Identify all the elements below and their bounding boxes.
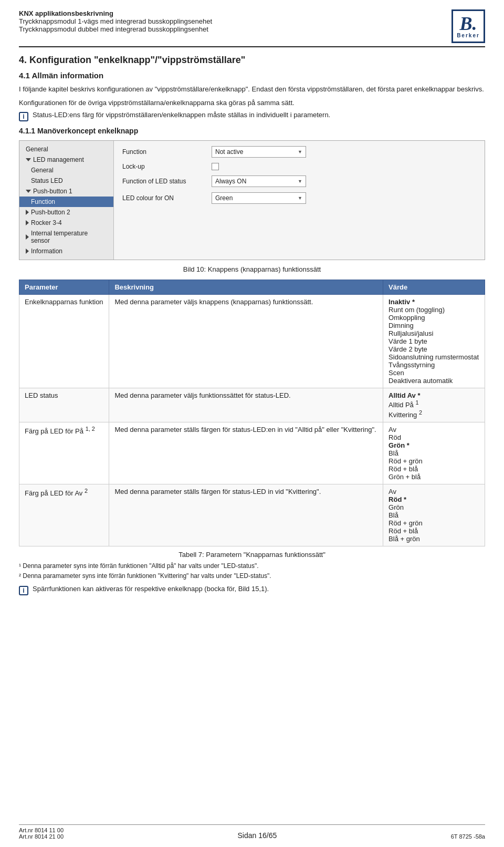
sperre-para: i Spärrfunktionen kan aktiveras för resp… (19, 585, 485, 595)
sidebar-item-function[interactable]: Function (19, 197, 113, 207)
table-cell-beskr-4: Med denna parameter ställs färgen för st… (109, 484, 383, 546)
sidebar-item-general[interactable]: General (19, 144, 113, 154)
ui-row-function: Function Not active ▼ (122, 146, 476, 158)
header-line2: Tryckknappsmodul 1-vägs med integrerad b… (19, 17, 212, 25)
berker-logo: B. Berker (452, 9, 485, 43)
section411-title: 4.1.1 Manöverkoncept enkelknapp (19, 127, 485, 135)
ui-dropdown-function-value: Not active (215, 148, 243, 156)
body-text-1: I följande kapitel beskrivs konfiguratio… (19, 84, 485, 95)
ui-label-lockup: Lock-up (122, 163, 206, 170)
varde-bla-4: Blå (388, 511, 398, 519)
ui-checkbox-lockup[interactable] (212, 163, 219, 170)
sidebar-item-function-label: Function (31, 198, 55, 205)
arrow-right-icon-4 (26, 249, 29, 254)
section41-title: 4.1 Allmän information (19, 71, 485, 80)
sidebar-item-rocker34[interactable]: Rocker 3-4 (19, 218, 113, 228)
ui-dropdown-led-status-value: Always ON (215, 178, 246, 185)
parameter-table: Parameter Beskrivning Värde Enkelknappar… (19, 280, 485, 546)
table-cell-param-3: Färg på LED för På 1, 2 (19, 422, 109, 484)
info-para-1: i Status-LED:ens färg för vippströmställ… (19, 111, 485, 121)
table-cell-beskr-1: Med denna parameter väljs knappens (knap… (109, 295, 383, 388)
sidebar-item-status-led[interactable]: Status LED (19, 175, 113, 186)
body-text-2: Konfigurationen för de övriga vippströms… (19, 98, 485, 108)
header-line3: Tryckknappsmodul dubbel med integrerad b… (19, 25, 208, 33)
ui-label-led-colour: LED colour for ON (122, 194, 206, 202)
arrow-right-icon-3 (26, 234, 29, 240)
varde-rod-gron-4: Röd + grön (388, 519, 423, 527)
table-header-varde: Värde (383, 280, 485, 295)
sidebar-item-pushbutton2[interactable]: Push-button 2 (19, 207, 113, 218)
sidebar-item-general-sub[interactable]: General (19, 165, 113, 175)
ui-dropdown-led-colour[interactable]: Green ▼ (212, 192, 306, 204)
sidebar-item-pushbutton2-label: Push-button 2 (31, 209, 70, 216)
table-cell-param-4: Färg på LED för Av 2 (19, 484, 109, 546)
varde-toggling: Runt om (toggling) (388, 306, 445, 314)
footnote-2: ² Denna paramameter syns inte förrän fun… (19, 572, 485, 581)
varde-av-4: Av (388, 488, 396, 495)
sidebar-item-temp-sensor-label: Internal temperature sensor (31, 230, 107, 244)
footer: Art.nr 8014 11 00 Art.nr 8014 21 00 Sida… (19, 824, 485, 840)
section4-title: 4. Konfiguration "enkelknapp"/"vippström… (19, 55, 485, 66)
berker-b-letter: B. (459, 14, 477, 33)
sidebar-item-status-led-label: Status LED (31, 177, 63, 184)
dropdown-arrow-icon-1: ▼ (298, 149, 302, 154)
dropdown-arrow-icon-3: ▼ (298, 195, 302, 201)
sidebar-item-temp-sensor[interactable]: Internal temperature sensor (19, 228, 113, 246)
varde-kvittering: Kvittering 2 (388, 411, 422, 419)
ui-label-function: Function (122, 148, 206, 156)
arrow-right-icon-1 (26, 210, 29, 215)
ui-panel: General LED management General Status LE… (19, 140, 485, 260)
footer-art2: Art.nr 8014 21 00 (19, 833, 64, 840)
varde-tvangsstyrning: Tvångsstyrning (388, 361, 435, 369)
table-cell-varde-2: Alltid Av * Alltid På 1 Kvittering 2 (383, 388, 485, 422)
arrow-down-icon (26, 158, 31, 161)
ui-dropdown-function[interactable]: Not active ▼ (212, 146, 306, 158)
footer-ref: 6T 8725 -58a (451, 833, 485, 840)
ui-label-led-status: Function of LED status (122, 178, 206, 185)
ui-row-led-status: Function of LED status Always ON ▼ (122, 175, 476, 187)
table-caption: Tabell 7: Parametern "Knapparnas funktio… (19, 551, 485, 559)
table-cell-param-1: Enkelknapparnas funktion (19, 295, 109, 388)
footer-page: Sidan 16/65 (238, 831, 277, 840)
varde-rod-4: Röd * (388, 495, 406, 503)
sidebar-item-led-management-label: LED management (33, 156, 84, 163)
varde-dimning: Dimning (388, 322, 414, 329)
varde-bla-gron-4: Blå + grön (388, 535, 420, 543)
info-text-1: Status-LED:ens färg för vippströmställar… (33, 111, 330, 119)
table-row-4: Färg på LED för Av 2 Med denna parameter… (19, 484, 485, 546)
varde-rod-gron-3: Röd + grön (388, 457, 423, 465)
table-row-1: Enkelknapparnas funktion Med denna param… (19, 295, 485, 388)
arrow-right-icon-2 (26, 220, 29, 225)
varde-inaktiv: Inaktiv * (388, 298, 415, 306)
info-icon-1: i (19, 112, 28, 121)
arrow-down-icon-2 (26, 190, 31, 193)
ui-dropdown-led-colour-value: Green (215, 194, 233, 202)
varde-jalusi: Rulljalusi/jalusi (388, 329, 433, 337)
ui-row-lockup: Lock-up (122, 163, 476, 170)
ui-dropdown-led-status[interactable]: Always ON ▼ (212, 175, 306, 187)
varde-scen: Scen (388, 369, 404, 377)
varde-varde2byte: Värde 2 byte (388, 345, 427, 353)
varde-alltid-pa: Alltid På 1 (388, 401, 418, 409)
varde-rod-3: Röd (388, 433, 401, 441)
table-cell-varde-4: Av Röd * Grön Blå Röd + grön Röd + blå B… (383, 484, 485, 546)
sidebar-item-information[interactable]: Information (19, 246, 113, 256)
header-line1: KNX applikationsbeskrivning (19, 9, 113, 17)
varde-rod-bla-4: Röd + blå (388, 527, 418, 535)
dropdown-arrow-icon-2: ▼ (298, 179, 302, 184)
varde-deaktivera: Deaktivera automatik (388, 377, 453, 385)
sidebar-item-pushbutton1[interactable]: Push-button 1 (19, 186, 113, 197)
varde-bla-3: Blå (388, 449, 398, 457)
varde-sidoanslutning: Sidoanslutning rumstermostat (388, 353, 479, 361)
varde-av-3: Av (388, 426, 396, 433)
ui-sidebar: General LED management General Status LE… (19, 141, 114, 260)
page: KNX applikationsbeskrivning Tryckknappsm… (0, 0, 504, 847)
ui-row-led-colour: LED colour for ON Green ▼ (122, 192, 476, 204)
table-cell-param-2: LED status (19, 388, 109, 422)
table-header-beskrivning: Beskrivning (109, 280, 383, 295)
varde-alltid-av: Alltid Av * (388, 391, 420, 399)
footer-left: Art.nr 8014 11 00 Art.nr 8014 21 00 (19, 827, 64, 840)
table-header-parameter: Parameter (19, 280, 109, 295)
sidebar-item-led-management[interactable]: LED management (19, 154, 113, 165)
sidebar-item-pushbutton1-label: Push-button 1 (33, 188, 72, 195)
